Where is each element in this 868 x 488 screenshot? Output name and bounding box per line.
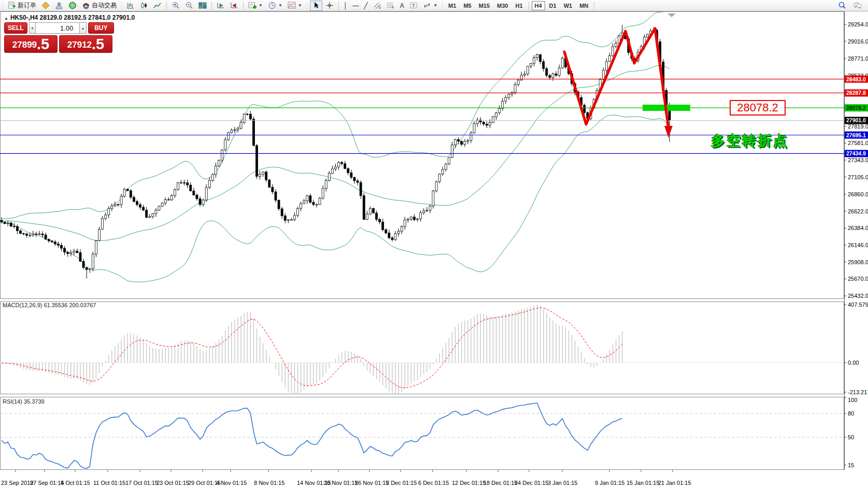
price-chart-canvas[interactable]: 29254.029016.028771.028533.028295.028057… xyxy=(0,11,868,488)
chart-workspace: 29254.029016.028771.028533.028295.028057… xyxy=(0,11,868,488)
svg-text:24 Dec 01:15: 24 Dec 01:15 xyxy=(515,480,548,486)
new-chart-button[interactable]: ▼ xyxy=(246,1,265,11)
toolbar-drag-handle[interactable] xyxy=(2,2,4,10)
pane-frame xyxy=(1,12,844,299)
timeframe-m30-button[interactable]: M30 xyxy=(494,1,511,10)
crosshair-button[interactable] xyxy=(323,1,336,11)
bollinger-band xyxy=(2,65,670,240)
metaeditor-button[interactable] xyxy=(39,1,52,11)
timeframe-d1-button[interactable]: D1 xyxy=(546,1,560,10)
one-click-trading-panel: SELL ▼ ▲ BUY 27899.5 27912.5 xyxy=(4,22,114,53)
text-label-button[interactable]: T xyxy=(407,1,420,11)
toolbar-drag-handle[interactable] xyxy=(121,2,122,10)
toolbar-separator xyxy=(211,2,212,10)
auto-scroll-icon xyxy=(217,2,225,9)
svg-text:0.00: 0.00 xyxy=(848,360,859,366)
line-chart-button[interactable] xyxy=(151,1,164,11)
candlestick-chart-icon xyxy=(140,2,148,9)
volume-up-button[interactable]: ▲ xyxy=(79,22,87,34)
tile-windows-button[interactable] xyxy=(196,1,209,11)
svg-text:23 Sep 2019: 23 Sep 2019 xyxy=(1,480,33,486)
buy-price-button[interactable]: 27912.5 xyxy=(59,35,112,53)
macd-indicator-label: MACD(12,26,9) 61.35536 200.03767 xyxy=(3,302,96,308)
arrows-icon xyxy=(423,2,431,9)
new-order-icon xyxy=(8,2,16,9)
horizontal-line-button[interactable]: — xyxy=(350,1,361,11)
zoom-in-button[interactable] xyxy=(169,1,182,11)
pane-frame xyxy=(1,397,844,470)
svg-text:28483.0: 28483.0 xyxy=(846,76,866,82)
svg-text:27105.0: 27105.0 xyxy=(848,174,868,180)
svg-text:27 Sep 01:15: 27 Sep 01:15 xyxy=(30,480,64,486)
community-button[interactable] xyxy=(53,1,65,11)
collapse-triangle-icon[interactable]: ▲ xyxy=(4,16,8,21)
channel-button[interactable]: E xyxy=(371,1,383,11)
sell-price-fraction: .5 xyxy=(37,36,49,52)
price-axis[interactable]: 29254.029016.028771.028533.028295.028057… xyxy=(844,21,868,468)
zoom-out-icon xyxy=(185,2,193,9)
volume-down-button[interactable]: ▼ xyxy=(29,22,36,34)
search-icon xyxy=(838,2,846,9)
chat-button[interactable] xyxy=(851,1,864,11)
cursor-button[interactable] xyxy=(310,1,322,11)
svg-text:17 Oct 01:15: 17 Oct 01:15 xyxy=(125,480,158,486)
timeframe-mn-button[interactable]: MN xyxy=(576,1,591,10)
rsi-line xyxy=(2,403,622,468)
fibonacci-button[interactable]: F xyxy=(385,1,397,11)
svg-text:8 Nov 01:15: 8 Nov 01:15 xyxy=(254,480,284,486)
arrows-button[interactable]: ▼ xyxy=(421,1,439,11)
mt4-window: 新订单 自动交易 xyxy=(0,0,868,488)
time-axis[interactable]: 23 Sep 201927 Sep 01:154 Oct 01:1511 Oct… xyxy=(1,470,691,486)
svg-text:27695.1: 27695.1 xyxy=(846,132,866,138)
sell-button[interactable]: SELL xyxy=(4,22,27,34)
timeframe-m5-button[interactable]: M5 xyxy=(460,1,474,10)
timeframe-h4-button[interactable]: H4 xyxy=(532,1,545,10)
zoom-in-icon xyxy=(172,2,180,9)
toolbar-drag-handle[interactable] xyxy=(306,2,308,10)
svg-text:28287.8: 28287.8 xyxy=(846,90,866,96)
svg-text:4 Nov 01:15: 4 Nov 01:15 xyxy=(216,480,247,486)
chart-shift-button[interactable] xyxy=(228,1,240,11)
annotation-note[interactable]: 多空转折点 xyxy=(711,132,789,150)
bar-chart-button[interactable] xyxy=(124,1,137,11)
signals-button[interactable] xyxy=(66,1,79,11)
line-chart-icon xyxy=(153,2,162,9)
indicators-button[interactable]: ▼ xyxy=(286,1,304,11)
timeframe-h1-button[interactable]: H1 xyxy=(512,1,525,10)
trendline-button[interactable]: ╱ xyxy=(362,1,369,11)
zoom-out-button[interactable] xyxy=(183,1,195,11)
svg-text:27819.0: 27819.0 xyxy=(848,123,868,130)
toolbar-separator xyxy=(243,2,244,10)
sell-price-button[interactable]: 27899.5 xyxy=(4,35,58,53)
metaeditor-icon xyxy=(41,2,50,9)
profiles-button[interactable]: ▼ xyxy=(266,1,284,11)
price-callout[interactable]: 28078.2 xyxy=(730,100,786,116)
chart-shift-marker[interactable] xyxy=(667,13,676,17)
svg-text:26 Nov 01:15: 26 Nov 01:15 xyxy=(355,480,389,486)
svg-text:6 Dec 01:15: 6 Dec 01:15 xyxy=(418,480,449,486)
svg-text:407.57984: 407.57984 xyxy=(848,302,868,308)
search-button[interactable] xyxy=(836,1,848,11)
svg-text:100: 100 xyxy=(848,397,857,403)
new-chart-icon xyxy=(248,2,257,9)
timeframe-m1-button[interactable]: M1 xyxy=(445,1,459,10)
toolbar-separator xyxy=(529,2,529,10)
new-order-button[interactable]: 新订单 xyxy=(6,1,38,11)
chart-title: ▲HK50-,H4 28129.0 28192.5 27841.0 27901.… xyxy=(4,14,135,21)
svg-text:T: T xyxy=(412,3,415,8)
timeframe-m15-button[interactable]: M15 xyxy=(476,1,493,10)
text-button[interactable]: A xyxy=(398,1,407,11)
trendline-icon: ╱ xyxy=(364,2,367,9)
volume-input[interactable] xyxy=(36,22,79,34)
autotrading-button[interactable]: 自动交易 xyxy=(80,1,119,11)
svg-text:26860.0: 26860.0 xyxy=(848,191,868,197)
timeframe-w1-button[interactable]: W1 xyxy=(561,1,576,10)
buy-button[interactable]: BUY xyxy=(88,22,114,34)
clock-icon xyxy=(268,2,276,9)
svg-text:25908.0: 25908.0 xyxy=(848,259,868,265)
vertical-line-button[interactable]: │ xyxy=(341,1,350,11)
toolbar-drag-handle[interactable] xyxy=(442,2,443,10)
dropdown-caret-icon: ▼ xyxy=(298,3,302,8)
candlestick-chart-button[interactable] xyxy=(138,1,150,11)
auto-scroll-button[interactable] xyxy=(215,1,227,11)
